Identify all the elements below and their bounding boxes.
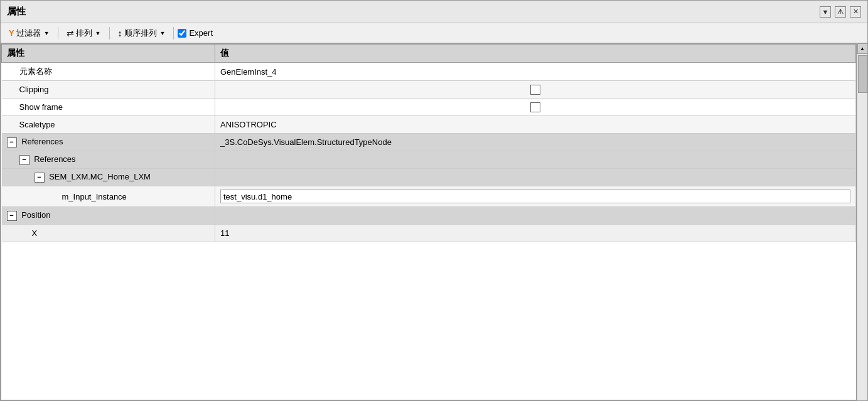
expert-label: Expert — [189, 28, 213, 38]
close-button[interactable]: ✕ — [850, 6, 861, 18]
x-value: 11 — [220, 228, 229, 238]
val-cell-show-frame — [215, 99, 856, 116]
prop-cell-references-2: − References — [2, 151, 215, 169]
scaletype-value: ANISOTROPIC — [220, 120, 277, 129]
table-row: Show frame — [2, 99, 856, 116]
pin-button[interactable]: ▼ — [820, 6, 831, 18]
val-cell-clipping — [215, 81, 856, 99]
properties-window: 属性 ▼ ᗑ ✕ Y 过滤器 ▼ ⇄ 排列 ▼ ↕ 顺序排列 ▼ Expert — [0, 0, 868, 401]
val-cell-position — [215, 207, 856, 225]
sort-button[interactable]: ⇄ 排列 ▼ — [62, 26, 105, 41]
show-frame-checkbox-container — [220, 102, 850, 112]
val-cell-elem-name: GenElemInst_4 — [215, 63, 856, 81]
separator-1 — [58, 27, 58, 40]
prop-cell-elem-name: 元素名称 — [2, 63, 215, 81]
table-scroll-area[interactable]: 属性 值 元素名称 GenElemInst_4 — [1, 43, 857, 400]
clipping-checkbox-container — [220, 85, 850, 95]
val-cell-references-2 — [215, 151, 856, 169]
val-cell-m-input[interactable] — [215, 186, 856, 207]
prop-cell-position: − Position — [2, 207, 215, 225]
filter-button[interactable]: Y 过滤器 ▼ — [4, 26, 54, 41]
collapse-btn-references-2[interactable]: − — [19, 155, 29, 165]
order-sort-icon: ↕ — [118, 28, 122, 38]
prop-cell-m-input: m_Input_Instance — [2, 186, 215, 207]
table-row: − References — [2, 151, 856, 169]
prop-cell-show-frame: Show frame — [2, 99, 215, 116]
expert-checkbox[interactable] — [178, 29, 186, 38]
references-1-label: References — [21, 137, 63, 146]
prop-cell-x: X — [2, 225, 215, 242]
sort-dropdown-arrow: ▼ — [95, 30, 101, 36]
val-cell-scaletype: ANISOTROPIC — [215, 116, 856, 134]
property-table: 属性 值 元素名称 GenElemInst_4 — [1, 44, 856, 242]
order-sort-dropdown-arrow: ▼ — [160, 30, 166, 36]
val-cell-sem-lxm — [215, 169, 856, 186]
expert-checkbox-label[interactable]: Expert — [178, 28, 213, 38]
separator-2 — [109, 27, 110, 40]
table-row: Scaletype ANISOTROPIC — [2, 116, 856, 134]
collapse-btn-sem[interactable]: − — [35, 173, 45, 183]
dock-button[interactable]: ᗑ — [835, 6, 846, 18]
scroll-thumb[interactable] — [858, 55, 867, 93]
prop-cell-sem-lxm: − SEM_LXM.MC_Home_LXM — [2, 169, 215, 186]
table-row: − References _3S.CoDeSys.VisualElem.Stru… — [2, 134, 856, 151]
show-frame-label: Show frame — [7, 102, 63, 112]
table-row: X 11 — [2, 225, 856, 242]
elem-name-value: GenElemInst_4 — [220, 67, 277, 77]
filter-label: 过滤器 — [16, 28, 41, 39]
clipping-checkbox[interactable] — [530, 85, 540, 95]
table-row: m_Input_Instance — [2, 186, 856, 207]
show-frame-checkbox[interactable] — [530, 102, 540, 112]
references-1-value: _3S.CoDeSys.VisualElem.StructuredTypeNod… — [220, 137, 392, 147]
references-2-label: References — [34, 154, 75, 164]
collapse-btn-position[interactable]: − — [7, 211, 17, 221]
col-value-header: 值 — [215, 45, 856, 63]
val-cell-references-1: _3S.CoDeSys.VisualElem.StructuredTypeNod… — [215, 134, 856, 151]
sort-icon: ⇄ — [67, 28, 74, 38]
title-buttons: ▼ ᗑ ✕ — [820, 6, 861, 18]
filter-dropdown-arrow: ▼ — [44, 30, 50, 36]
scroll-up-button[interactable]: ▲ — [857, 43, 868, 54]
clipping-label: Clipping — [7, 85, 49, 94]
elem-name-label: 元素名称 — [7, 67, 52, 76]
m-input-label: m_Input_Instance — [62, 192, 127, 201]
collapse-btn-references-1[interactable]: − — [7, 137, 17, 147]
position-label: Position — [21, 210, 50, 220]
toolbar: Y 过滤器 ▼ ⇄ 排列 ▼ ↕ 顺序排列 ▼ Expert — [1, 23, 867, 43]
table-header-row: 属性 值 — [2, 45, 856, 63]
scaletype-label: Scaletype — [7, 120, 55, 129]
sort-label: 排列 — [76, 28, 92, 39]
col-property-header: 属性 — [2, 45, 215, 63]
prop-cell-scaletype: Scaletype — [2, 116, 215, 134]
x-label: X — [32, 228, 38, 238]
sem-lxm-label: SEM_LXM.MC_Home_LXM — [49, 172, 151, 181]
title-bar: 属性 ▼ ᗑ ✕ — [1, 1, 867, 23]
prop-cell-references-1: − References — [2, 134, 215, 151]
window-title: 属性 — [7, 6, 26, 18]
scrollbar[interactable]: ▲ — [857, 43, 867, 400]
table-row: − Position — [2, 207, 856, 225]
filter-icon: Y — [9, 28, 14, 38]
val-cell-x: 11 — [215, 225, 856, 242]
order-sort-button[interactable]: ↕ 顺序排列 ▼ — [114, 26, 170, 41]
property-table-container: 属性 值 元素名称 GenElemInst_4 — [1, 43, 867, 400]
order-sort-label: 顺序排列 — [124, 28, 157, 39]
table-row: Clipping — [2, 81, 856, 99]
prop-cell-clipping: Clipping — [2, 81, 215, 99]
separator-3 — [173, 27, 174, 40]
table-row: − SEM_LXM.MC_Home_LXM — [2, 169, 856, 186]
m-input-value[interactable] — [220, 190, 850, 203]
table-row: 元素名称 GenElemInst_4 — [2, 63, 856, 81]
